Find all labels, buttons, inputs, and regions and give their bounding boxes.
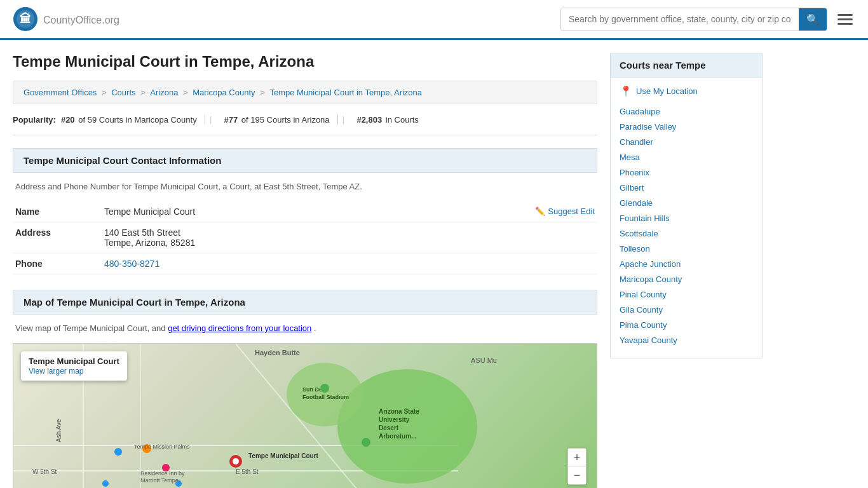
sidebar-link-5[interactable]: Gilbert xyxy=(620,183,644,193)
list-item: Glendale xyxy=(620,198,753,208)
list-item: Yavapai County xyxy=(620,335,753,345)
suggest-edit-icon: ✏️ xyxy=(535,207,545,216)
list-item: Maricopa County xyxy=(620,274,753,284)
name-value: Tempe Municipal Court xyxy=(104,207,195,217)
sidebar-link-15[interactable]: Yavapai County xyxy=(620,336,677,345)
directions-link[interactable]: get driving directions from your locatio… xyxy=(168,323,311,333)
sidebar-header: Courts near Tempe xyxy=(610,53,763,78)
sidebar-link-3[interactable]: Mesa xyxy=(620,152,640,162)
sidebar-link-8[interactable]: Scottsdale xyxy=(620,229,658,238)
logo[interactable]: 🏛 CountyOffice.org xyxy=(13,6,119,32)
rank3-text: in Courts xyxy=(386,115,419,125)
rank2-text: of 195 Courts in Arizona xyxy=(241,115,330,125)
svg-text:Hayden Butte: Hayden Butte xyxy=(255,349,300,356)
list-item: Mesa xyxy=(620,152,753,162)
svg-text:ASU Mu: ASU Mu xyxy=(471,356,497,364)
sidebar-link-4[interactable]: Phoenix xyxy=(620,168,649,177)
page-title: Tempe Municipal Court in Tempe, Arizona xyxy=(13,53,597,71)
breadcrumb-link-1[interactable]: Courts xyxy=(111,88,135,97)
map-section: Map of Tempe Municipal Court in Tempe, A… xyxy=(13,290,597,488)
map-container[interactable]: Arizona State University Desert Arboretu… xyxy=(13,343,597,488)
search-bar: 🔍 xyxy=(560,8,827,31)
list-item: Gila County xyxy=(620,304,753,315)
svg-text:University: University xyxy=(379,416,410,423)
phone-label: Phone xyxy=(13,254,102,274)
contact-info-table: Name Tempe Municipal Court ✏️ Suggest Ed… xyxy=(13,201,597,274)
breadcrumb-link-0[interactable]: Government Offices xyxy=(24,88,97,97)
svg-text:Tempe Municipal Court: Tempe Municipal Court xyxy=(248,452,318,459)
svg-point-29 xyxy=(114,448,122,456)
list-item: Guadalupe xyxy=(620,106,753,116)
svg-text:W 5th St: W 5th St xyxy=(32,468,57,475)
popularity-label: Popularity: xyxy=(13,115,56,125)
map-section-header: Map of Tempe Municipal Court in Tempe, A… xyxy=(13,290,597,315)
address-label: Address xyxy=(13,222,102,254)
list-item: Paradise Valley xyxy=(620,121,753,132)
zoom-in-button[interactable]: + xyxy=(568,449,586,466)
popularity-bar: Popularity: #20 of 59 Courts in Maricopa… xyxy=(13,114,597,135)
svg-point-32 xyxy=(362,438,370,447)
rank1-text: of 59 Courts in Maricopa County xyxy=(78,115,196,125)
rank2: #77 xyxy=(224,115,238,125)
map-placeholder: Arizona State University Desert Arboretu… xyxy=(13,344,597,488)
sidebar: Courts near Tempe 📍 Use My Location Guad… xyxy=(610,53,763,488)
use-location[interactable]: 📍 Use My Location xyxy=(620,85,753,97)
sidebar-content: 📍 Use My Location GuadalupeParadise Vall… xyxy=(610,78,763,358)
location-icon: 📍 xyxy=(620,85,632,97)
zoom-out-button[interactable]: − xyxy=(568,466,586,484)
contact-description: Address and Phone Number for Tempe Munic… xyxy=(13,182,597,191)
table-row-name: Name Tempe Municipal Court ✏️ Suggest Ed… xyxy=(13,201,597,222)
search-input[interactable] xyxy=(561,9,799,29)
list-item: Pinal County xyxy=(620,289,753,299)
table-row-phone: Phone 480-350-8271 xyxy=(13,254,597,274)
sidebar-link-0[interactable]: Guadalupe xyxy=(620,107,660,116)
sidebar-link-9[interactable]: Tolleson xyxy=(620,244,650,254)
view-larger-map-link[interactable]: View larger map xyxy=(29,367,83,376)
name-label: Name xyxy=(13,201,102,222)
sidebar-link-12[interactable]: Pinal County xyxy=(620,290,667,299)
svg-text:Ash Ave: Ash Ave xyxy=(55,419,62,442)
list-item: Gilbert xyxy=(620,182,753,193)
svg-text:Arizona State: Arizona State xyxy=(379,408,419,415)
suggest-edit-button[interactable]: ✏️ Suggest Edit xyxy=(535,207,595,216)
svg-point-33 xyxy=(320,384,329,393)
address-line2: Tempe, Arizona, 85281 xyxy=(104,238,595,248)
sidebar-link-1[interactable]: Paradise Valley xyxy=(620,122,676,132)
phone-link[interactable]: 480-350-8271 xyxy=(104,259,159,269)
map-court-name: Tempe Municipal Court xyxy=(29,356,119,366)
sidebar-link-7[interactable]: Fountain Hills xyxy=(620,214,670,223)
logo-icon: 🏛 xyxy=(13,6,38,32)
map-description: View map of Tempe Municipal Court, and g… xyxy=(13,323,597,333)
map-zoom-controls: + − xyxy=(567,448,587,485)
list-item: Fountain Hills xyxy=(620,213,753,223)
list-item: Chandler xyxy=(620,137,753,147)
breadcrumb-link-2[interactable]: Arizona xyxy=(150,88,178,97)
sidebar-link-10[interactable]: Apache Junction xyxy=(620,259,681,269)
breadcrumb-link-3[interactable]: Maricopa County xyxy=(193,88,255,97)
svg-text:Marriott Tempe...: Marriott Tempe... xyxy=(140,477,183,484)
sidebar-link-14[interactable]: Pima County xyxy=(620,320,667,330)
svg-point-25 xyxy=(233,458,239,464)
breadcrumb-link-4[interactable]: Tempe Municipal Court in Tempe, Arizona xyxy=(269,88,422,97)
search-button[interactable]: 🔍 xyxy=(799,8,827,30)
svg-text:Arboretum...: Arboretum... xyxy=(379,433,417,440)
list-item: Pima County xyxy=(620,320,753,330)
map-info-box: Tempe Municipal Court View larger map xyxy=(21,351,127,381)
svg-text:Residence Inn by: Residence Inn by xyxy=(140,470,185,477)
list-item: Tolleson xyxy=(620,243,753,254)
table-row-address: Address 140 East 5th Street Tempe, Arizo… xyxy=(13,222,597,254)
rank1: #20 xyxy=(61,115,75,125)
menu-button[interactable] xyxy=(835,11,855,27)
svg-text:Football Stadium: Football Stadium xyxy=(302,394,349,400)
sidebar-link-6[interactable]: Glendale xyxy=(620,198,653,208)
content-area: Tempe Municipal Court in Tempe, Arizona … xyxy=(13,53,597,488)
rank3: #2,803 xyxy=(356,115,382,125)
nearby-courts-list: GuadalupeParadise ValleyChandlerMesaPhoe… xyxy=(620,106,753,345)
header: 🏛 CountyOffice.org 🔍 xyxy=(0,0,868,40)
contact-section-header: Tempe Municipal Court Contact Informatio… xyxy=(13,148,597,173)
logo-text: CountyOffice.org xyxy=(43,12,119,27)
sidebar-link-2[interactable]: Chandler xyxy=(620,137,653,147)
main-container: Tempe Municipal Court in Tempe, Arizona … xyxy=(0,40,868,488)
sidebar-link-13[interactable]: Gila County xyxy=(620,305,663,315)
sidebar-link-11[interactable]: Maricopa County xyxy=(620,274,682,284)
